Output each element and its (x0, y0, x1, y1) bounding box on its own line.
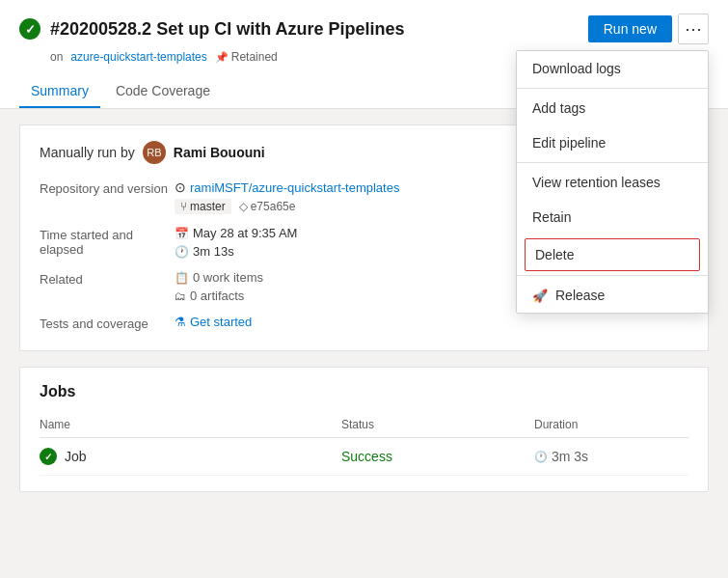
jobs-title: Jobs (40, 383, 688, 400)
dropdown-download-logs[interactable]: Download logs (517, 51, 708, 86)
repo-label: Repository and version (40, 179, 175, 214)
jobs-table-header: Name Status Duration (40, 412, 688, 438)
time-label: Time started and elapsed (40, 226, 175, 259)
on-label: on (50, 50, 63, 64)
branch-name: master (190, 200, 226, 213)
header-top: #20200528.2 Set up CI with Azure Pipelin… (19, 14, 709, 44)
col-duration: Duration (534, 412, 688, 438)
repo-full-link[interactable]: ramiMSFT/azure-quickstart-templates (190, 180, 399, 195)
dropdown-delete[interactable]: Delete (525, 238, 700, 271)
dropdown-menu: Download logs Add tags Edit pipeline Vie… (516, 50, 709, 314)
jobs-table-body: Job Success 🕐 3m 3s (40, 438, 688, 476)
artifacts-count: 0 artifacts (190, 289, 244, 303)
job-duration-cell: 🕐 3m 3s (534, 438, 688, 476)
col-status: Status (341, 412, 534, 438)
elapsed-time: 3m 13s (193, 244, 234, 259)
commit-hash: e75a65e (251, 200, 296, 213)
pipeline-name: Set up CI with Azure Pipelines (156, 19, 404, 39)
dropdown-edit-pipeline[interactable]: Edit pipeline (517, 125, 708, 160)
clock-icon: 🕐 (175, 245, 189, 259)
page-title: #20200528.2 Set up CI with Azure Pipelin… (50, 19, 405, 40)
user-avatar: RB (143, 141, 166, 164)
branch-badge: ⑂ master (175, 199, 231, 214)
github-icon: ⊙ (175, 179, 186, 195)
commit-badge: ◇ e75a65e (239, 200, 296, 213)
related-label: Related (40, 270, 175, 303)
dropdown-add-tags[interactable]: Add tags (517, 91, 708, 125)
jobs-header-row: Name Status Duration (40, 412, 688, 438)
time-started: May 28 at 9:35 AM (193, 226, 297, 240)
tab-summary[interactable]: Summary (19, 75, 100, 108)
duration-inner: 🕐 3m 3s (534, 449, 688, 464)
job-name-cell: Job (40, 438, 341, 476)
workitem-icon: 📋 (175, 271, 189, 285)
job-duration: 3m 3s (552, 449, 588, 464)
retained-badge: 📌 Retained (215, 50, 278, 64)
artifact-icon: 🗂 (175, 289, 186, 303)
retained-label: Retained (231, 50, 278, 64)
commit-icon: ◇ (239, 200, 248, 213)
calendar-icon: 📅 (175, 227, 189, 240)
pipeline-success-icon (19, 18, 40, 40)
dropdown-view-retention[interactable]: View retention leases (517, 165, 708, 200)
tests-label: Tests and coverage (40, 315, 175, 331)
dropdown-retain[interactable]: Retain (517, 200, 708, 234)
dropdown-divider-3 (517, 275, 708, 276)
pin-icon: 📌 (215, 51, 229, 64)
header-title-row: #20200528.2 Set up CI with Azure Pipelin… (19, 18, 405, 40)
flask-icon: ⚗ (175, 315, 186, 329)
duration-clock-icon: 🕐 (534, 451, 548, 463)
job-status: Success (341, 449, 392, 464)
tests-value: ⚗ Get started (175, 315, 688, 331)
col-name: Name (40, 412, 341, 438)
user-name: Rami Bououni (174, 145, 265, 160)
jobs-table: Name Status Duration Job Success (40, 412, 688, 476)
job-name-inner: Job (40, 448, 341, 465)
more-icon: ⋯ (685, 18, 702, 40)
repo-link[interactable]: azure-quickstart-templates (70, 50, 206, 64)
get-started-text: Get started (190, 315, 252, 329)
header-actions: Run new ⋯ (588, 14, 709, 44)
run-new-button[interactable]: Run new (588, 15, 672, 42)
manually-label: Manually run by (40, 145, 135, 160)
jobs-card: Jobs Name Status Duration Job (19, 367, 709, 492)
branch-icon: ⑂ (180, 200, 187, 213)
job-status-cell: Success (341, 438, 534, 476)
rocket-icon: 🚀 (532, 289, 548, 303)
dropdown-release[interactable]: 🚀 Release (517, 278, 708, 313)
more-options-button[interactable]: ⋯ (678, 14, 709, 44)
job-name[interactable]: Job (65, 449, 87, 464)
table-row: Job Success 🕐 3m 3s (40, 438, 688, 476)
dropdown-divider-1 (517, 88, 708, 89)
run-number: #20200528.2 (50, 19, 151, 39)
tab-code-coverage[interactable]: Code Coverage (104, 75, 222, 108)
work-items-count: 0 work items (193, 270, 263, 285)
dropdown-divider-2 (517, 162, 708, 163)
get-started-link[interactable]: ⚗ Get started (175, 315, 688, 329)
job-success-icon (40, 448, 57, 465)
